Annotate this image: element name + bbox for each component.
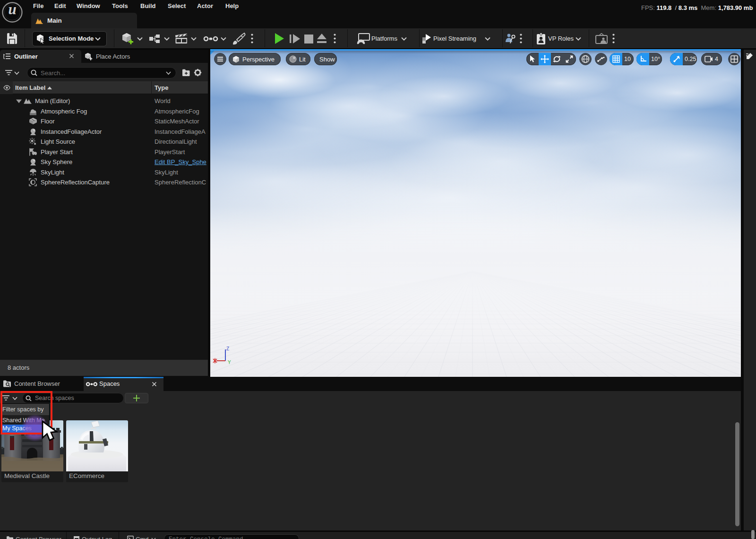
svg-text:Y: Y	[228, 360, 231, 365]
svg-text:Z: Z	[226, 346, 229, 351]
